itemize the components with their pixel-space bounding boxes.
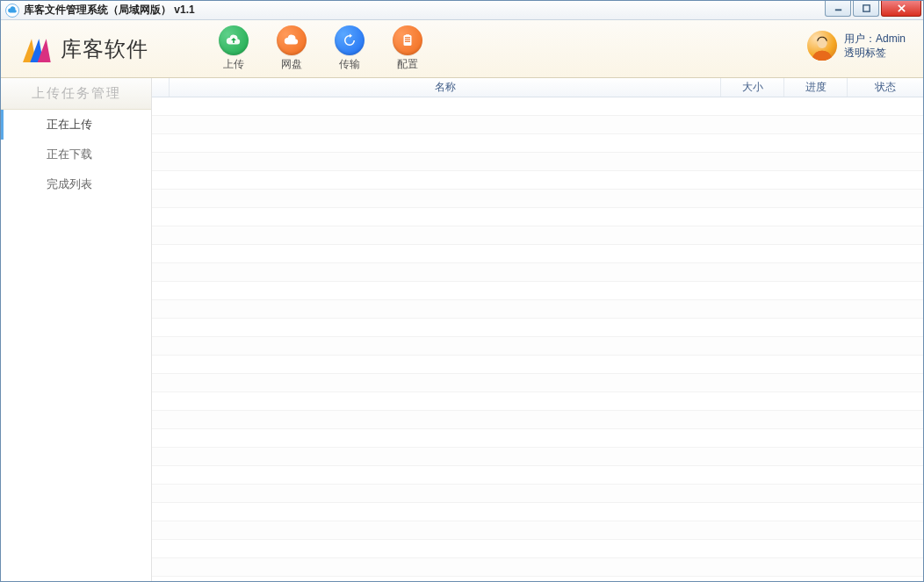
table-row <box>152 392 923 411</box>
sidebar: 上传任务管理 正在上传 正在下载 完成列表 <box>1 78 152 581</box>
col-status[interactable]: 状态 <box>848 78 923 97</box>
table-row <box>152 300 923 319</box>
transfer-icon <box>335 25 365 55</box>
sidebar-item-uploading[interactable]: 正在上传 <box>1 110 151 140</box>
upload-button[interactable]: 上传 <box>219 25 249 72</box>
table-row <box>152 411 923 429</box>
svg-point-7 <box>817 39 827 48</box>
config-icon <box>393 25 422 55</box>
disk-label: 网盘 <box>281 57 302 72</box>
disk-button[interactable]: 网盘 <box>277 25 307 72</box>
upload-icon <box>219 25 249 55</box>
user-info: 用户：Admin 透明标签 <box>844 32 906 60</box>
user-area: 用户：Admin 透明标签 <box>807 31 906 61</box>
table-row <box>152 208 923 226</box>
table-row <box>152 577 923 581</box>
svg-rect-2 <box>404 35 412 46</box>
sidebar-item-downloading[interactable]: 正在下载 <box>1 140 151 169</box>
table-row <box>152 134 923 153</box>
table-row <box>152 263 923 282</box>
sidebar-item-label: 完成列表 <box>47 176 92 192</box>
table-row <box>152 558 923 577</box>
sidebar-item-completed[interactable]: 完成列表 <box>1 169 151 199</box>
app-window: 库客文件管理系统（局域网版） v1.1 库客软件 <box>0 0 924 582</box>
config-label: 配置 <box>397 57 418 72</box>
sidebar-title: 上传任务管理 <box>1 78 151 110</box>
table-row <box>152 319 923 337</box>
user-avatar-icon <box>807 31 837 61</box>
close-button[interactable] <box>881 1 921 17</box>
col-name-label: 名称 <box>435 80 456 95</box>
svg-rect-6 <box>406 34 410 36</box>
table-row <box>152 429 923 448</box>
window-title: 库客文件管理系统（局域网版） v1.1 <box>24 3 195 18</box>
user-tag-label[interactable]: 透明标签 <box>844 46 906 60</box>
table-body <box>152 97 923 581</box>
table-row <box>152 466 923 485</box>
table-row <box>152 337 923 356</box>
svg-rect-1 <box>863 5 869 11</box>
col-blank <box>152 78 170 97</box>
table-row <box>152 171 923 190</box>
table-header: 名称 大小 进度 状态 <box>152 78 923 97</box>
table-row <box>152 116 923 134</box>
transfer-button[interactable]: 传输 <box>335 25 365 72</box>
app-icon <box>5 4 19 18</box>
table-row <box>152 374 923 392</box>
table-row <box>152 245 923 263</box>
svg-rect-4 <box>405 40 410 40</box>
sidebar-item-label: 正在上传 <box>47 117 92 133</box>
table-row <box>152 226 923 245</box>
title-bar: 库客文件管理系统（局域网版） v1.1 <box>1 1 923 20</box>
brand: 库客软件 <box>18 32 148 67</box>
col-size-label: 大小 <box>742 80 763 95</box>
body: 上传任务管理 正在上传 正在下载 完成列表 名称 大小 进度 状态 <box>1 78 923 581</box>
maximize-button[interactable] <box>853 1 879 17</box>
svg-rect-3 <box>405 37 410 38</box>
minimize-button[interactable] <box>825 1 851 17</box>
col-size[interactable]: 大小 <box>721 78 784 97</box>
table-row <box>152 540 923 558</box>
user-name-label: 用户：Admin <box>844 32 906 46</box>
col-progress-label: 进度 <box>805 80 827 95</box>
col-progress[interactable]: 进度 <box>784 78 848 97</box>
col-status-label: 状态 <box>875 80 896 95</box>
table-row <box>152 153 923 171</box>
table-row <box>152 97 923 116</box>
table-row <box>152 282 923 300</box>
window-controls <box>823 1 921 17</box>
table-row <box>152 190 923 208</box>
main-panel: 名称 大小 进度 状态 <box>152 78 923 581</box>
col-name[interactable]: 名称 <box>170 78 721 97</box>
svg-rect-0 <box>834 9 841 11</box>
sidebar-item-label: 正在下载 <box>47 147 92 162</box>
table-row <box>152 485 923 503</box>
disk-icon <box>277 25 307 55</box>
toolbar-buttons: 上传 网盘 传输 配置 <box>219 25 422 72</box>
table-row <box>152 521 923 540</box>
upload-label: 上传 <box>223 57 244 72</box>
table-row <box>152 448 923 466</box>
toolbar: 库客软件 上传 网盘 传输 <box>1 20 923 78</box>
table-row <box>152 503 923 521</box>
table-row <box>152 356 923 374</box>
transfer-label: 传输 <box>339 57 360 72</box>
config-button[interactable]: 配置 <box>393 25 422 72</box>
svg-rect-5 <box>405 41 410 42</box>
brand-name: 库客软件 <box>61 35 148 63</box>
brand-logo-icon <box>18 32 54 67</box>
